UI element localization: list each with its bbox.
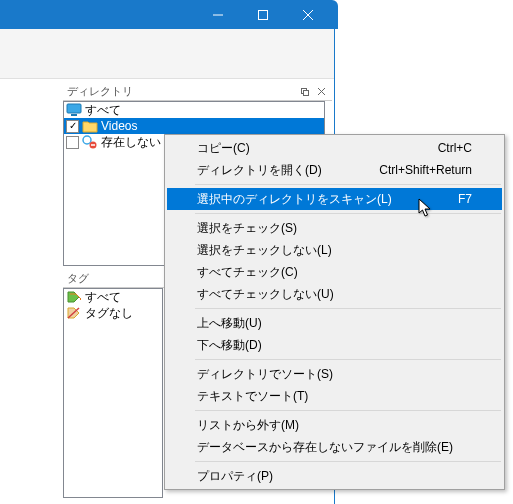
panel-title: タグ (67, 271, 162, 286)
tree-item-all[interactable]: すべて (64, 102, 324, 118)
menu-separator (195, 410, 501, 411)
menu-separator (195, 184, 501, 185)
menu-item-accel: Ctrl+C (438, 141, 472, 155)
checkbox-icon[interactable] (66, 136, 79, 149)
missing-folder-icon (82, 134, 98, 150)
svg-rect-8 (67, 104, 81, 113)
menu-item-move-down[interactable]: 下へ移動(D) (167, 334, 502, 356)
menu-item-label: 上へ移動(U) (197, 315, 472, 332)
checkbox-icon[interactable] (66, 120, 79, 133)
tree-item-label: タグなし (85, 305, 133, 322)
menu-item-label: 選択をチェックしない(L) (197, 242, 472, 259)
menu-item-uncheck-all[interactable]: すべてチェックしない(U) (167, 283, 502, 305)
menu-item-label: 選択をチェック(S) (197, 220, 472, 237)
panel-close-icon[interactable] (314, 85, 328, 99)
menu-item-delete-missing[interactable]: データベースから存在しないファイルを削除(E) (167, 436, 502, 458)
menu-separator (195, 461, 501, 462)
svg-rect-5 (304, 90, 309, 95)
panel-header: タグ (63, 270, 166, 288)
menu-separator (195, 308, 501, 309)
svg-rect-1 (258, 10, 267, 19)
menu-item-copy[interactable]: コピー(C) Ctrl+C (167, 137, 502, 159)
menu-item-move-up[interactable]: 上へ移動(U) (167, 312, 502, 334)
svg-rect-9 (71, 114, 77, 116)
menu-item-uncheck-selected[interactable]: 選択をチェックしない(L) (167, 239, 502, 261)
menu-item-sort-text[interactable]: テキストでソート(T) (167, 385, 502, 407)
menu-item-accel: F7 (458, 192, 472, 206)
panel-header: ディレクトリ (63, 83, 332, 101)
menu-item-sort-dir[interactable]: ディレクトリでソート(S) (167, 363, 502, 385)
menu-item-properties[interactable]: プロパティ(P) (167, 465, 502, 487)
minimize-button[interactable] (195, 0, 240, 29)
panel-title: ディレクトリ (67, 84, 296, 99)
context-menu: コピー(C) Ctrl+C ディレクトリを開く(D) Ctrl+Shift+Re… (164, 134, 505, 490)
tag-all-icon (66, 289, 82, 305)
tag-panel: タグ すべて タグなし (63, 270, 166, 498)
menu-item-scan-selected[interactable]: 選択中のディレクトリをスキャン(L) F7 (167, 188, 502, 210)
menu-item-check-selected[interactable]: 選択をチェック(S) (167, 217, 502, 239)
tree-item-all-tags[interactable]: すべて (64, 289, 162, 305)
tree-item-label: すべて (85, 289, 121, 306)
menu-item-label: ディレクトリを開く(D) (197, 162, 379, 179)
tree-item-label: 存在しない (101, 134, 161, 151)
menu-item-accel: Ctrl+Shift+Return (379, 163, 472, 177)
menu-separator (195, 359, 501, 360)
menu-item-label: リストから外す(M) (197, 417, 472, 434)
tag-tree[interactable]: すべて タグなし (63, 288, 163, 498)
tree-item-label: Videos (101, 119, 137, 133)
menu-item-open-dir[interactable]: ディレクトリを開く(D) Ctrl+Shift+Return (167, 159, 502, 181)
menu-item-label: データベースから存在しないファイルを削除(E) (197, 439, 472, 456)
menu-item-label: ディレクトリでソート(S) (197, 366, 472, 383)
titlebar (0, 0, 330, 29)
tree-item-no-tag[interactable]: タグなし (64, 305, 162, 321)
close-button[interactable] (285, 0, 330, 29)
menu-item-label: テキストでソート(T) (197, 388, 472, 405)
menu-separator (195, 213, 501, 214)
titlebar-corner (330, 0, 338, 29)
folder-icon (82, 118, 98, 134)
monitor-icon (66, 102, 82, 118)
menu-item-label: 下へ移動(D) (197, 337, 472, 354)
menu-item-remove-from-list[interactable]: リストから外す(M) (167, 414, 502, 436)
tree-item-videos[interactable]: Videos (64, 118, 324, 134)
menu-item-label: コピー(C) (197, 140, 438, 157)
menu-item-label: すべてチェックしない(U) (197, 286, 472, 303)
menu-item-label: 選択中のディレクトリをスキャン(L) (197, 191, 458, 208)
maximize-button[interactable] (240, 0, 285, 29)
svg-point-10 (83, 136, 91, 144)
toolbar-area (0, 29, 334, 79)
menu-item-label: プロパティ(P) (197, 468, 472, 485)
menu-item-label: すべてチェック(C) (197, 264, 472, 281)
tree-item-label: すべて (85, 102, 121, 119)
menu-item-check-all[interactable]: すべてチェック(C) (167, 261, 502, 283)
panel-float-icon[interactable] (298, 85, 312, 99)
tag-none-icon (66, 305, 82, 321)
